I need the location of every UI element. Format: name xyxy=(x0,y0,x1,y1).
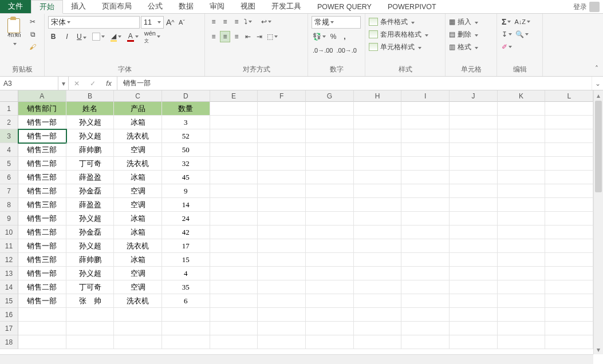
tab-file[interactable]: 文件 xyxy=(0,0,31,13)
cell[interactable] xyxy=(210,267,258,280)
signin-button[interactable]: 登录 xyxy=(573,0,600,14)
cell[interactable] xyxy=(258,308,306,322)
cell[interactable] xyxy=(306,253,354,267)
cell[interactable]: 薛盈盈 xyxy=(66,198,115,212)
orientation-button[interactable]: ⤵ xyxy=(243,16,253,27)
horizontal-scrollbar[interactable] xyxy=(0,354,593,364)
cell[interactable] xyxy=(401,253,450,267)
increase-decimal-button[interactable]: .0→.00 xyxy=(312,45,334,56)
scroll-down-button[interactable]: ▾ xyxy=(594,345,603,354)
cell[interactable] xyxy=(545,267,593,280)
cell[interactable] xyxy=(498,198,546,212)
row-header-18[interactable]: 18 xyxy=(0,335,18,349)
cell[interactable]: 空调 xyxy=(114,198,162,212)
tab-开始[interactable]: 开始 xyxy=(31,0,63,14)
cell[interactable]: 冰箱 xyxy=(114,116,162,129)
cell[interactable] xyxy=(450,171,498,184)
cell[interactable] xyxy=(162,335,210,349)
cell[interactable] xyxy=(498,239,546,253)
cell[interactable]: 50 xyxy=(162,143,210,157)
cell[interactable]: 空调 xyxy=(114,143,162,157)
tab-POWERPIVOT[interactable]: POWERPIVOT xyxy=(380,0,444,13)
underline-button[interactable]: U xyxy=(76,31,88,42)
cell[interactable]: 销售一部 xyxy=(18,239,66,253)
cell[interactable]: 35 xyxy=(162,280,210,294)
row-header-10[interactable]: 10 xyxy=(0,225,18,239)
cell[interactable] xyxy=(258,157,306,171)
cell[interactable] xyxy=(450,198,498,212)
cell[interactable] xyxy=(450,253,498,267)
cell[interactable] xyxy=(210,308,258,322)
wrap-text-button[interactable]: ↩ xyxy=(260,16,273,27)
cell[interactable] xyxy=(401,294,450,308)
cell[interactable] xyxy=(210,335,258,349)
cell[interactable]: 冰箱 xyxy=(114,171,162,184)
cell[interactable]: 17 xyxy=(162,239,210,253)
cell[interactable]: 孙义超 xyxy=(66,267,115,280)
cell[interactable] xyxy=(450,184,498,198)
cell[interactable] xyxy=(354,308,402,322)
cell[interactable] xyxy=(401,157,450,171)
cell[interactable] xyxy=(354,171,402,184)
cell[interactable] xyxy=(306,171,354,184)
col-header-I[interactable]: I xyxy=(401,90,450,102)
scrollbar-thumb[interactable] xyxy=(595,101,602,192)
col-header-A[interactable]: A xyxy=(18,90,66,102)
cell[interactable] xyxy=(545,184,593,198)
cell[interactable] xyxy=(450,267,498,280)
cell[interactable] xyxy=(401,267,450,280)
cell[interactable] xyxy=(450,335,498,349)
cell[interactable] xyxy=(450,308,498,322)
cell[interactable] xyxy=(258,143,306,157)
cell[interactable] xyxy=(401,184,450,198)
cell[interactable] xyxy=(545,116,593,129)
col-header-K[interactable]: K xyxy=(498,90,546,102)
tab-视图[interactable]: 视图 xyxy=(232,0,263,13)
tab-POWER QUERY[interactable]: POWER QUERY xyxy=(309,0,380,13)
cell[interactable] xyxy=(210,322,258,335)
row-header-6[interactable]: 6 xyxy=(0,171,18,184)
cell[interactable] xyxy=(306,335,354,349)
scroll-up-button[interactable]: ▴ xyxy=(594,90,603,100)
col-header-G[interactable]: G xyxy=(306,90,354,102)
cell[interactable] xyxy=(498,308,546,322)
cell[interactable] xyxy=(18,335,66,349)
cell[interactable] xyxy=(354,129,402,143)
cell[interactable] xyxy=(306,198,354,212)
cell[interactable] xyxy=(306,212,354,225)
cell[interactable]: 空调 xyxy=(114,267,162,280)
cell[interactable] xyxy=(450,157,498,171)
cell[interactable] xyxy=(498,280,546,294)
increase-font-button[interactable]: A^ xyxy=(165,17,176,28)
cell[interactable] xyxy=(210,157,258,171)
cancel-entry-button[interactable]: ✕ xyxy=(69,80,85,88)
cell[interactable]: 薛帅鹏 xyxy=(66,143,115,157)
row-header-14[interactable]: 14 xyxy=(0,280,18,294)
copy-button[interactable]: ⧉ xyxy=(27,29,38,40)
cell[interactable] xyxy=(210,143,258,157)
cell[interactable] xyxy=(306,184,354,198)
cell[interactable] xyxy=(306,322,354,335)
cell[interactable] xyxy=(401,129,450,143)
cell[interactable] xyxy=(498,322,546,335)
name-box-dropdown[interactable]: ▾ xyxy=(58,77,68,90)
cell[interactable] xyxy=(498,267,546,280)
cell[interactable] xyxy=(498,143,546,157)
cell[interactable]: 张 帅 xyxy=(66,294,115,308)
cell[interactable]: 24 xyxy=(162,212,210,225)
tab-页面布局[interactable]: 页面布局 xyxy=(94,0,140,13)
cell[interactable]: 洗衣机 xyxy=(114,294,162,308)
cell[interactable] xyxy=(545,239,593,253)
cell[interactable] xyxy=(210,129,258,143)
align-center-button[interactable]: ≡ xyxy=(220,31,230,42)
row-header-4[interactable]: 4 xyxy=(0,143,18,157)
cell[interactable] xyxy=(18,308,66,322)
cell[interactable]: 4 xyxy=(162,267,210,280)
cell[interactable] xyxy=(306,225,354,239)
cell[interactable]: 薛帅鹏 xyxy=(66,253,115,267)
cell[interactable] xyxy=(66,335,115,349)
font-color-button[interactable]: A xyxy=(126,31,140,42)
cell[interactable] xyxy=(354,102,402,116)
cell[interactable] xyxy=(354,198,402,212)
find-button[interactable]: 🔍 xyxy=(514,29,530,40)
